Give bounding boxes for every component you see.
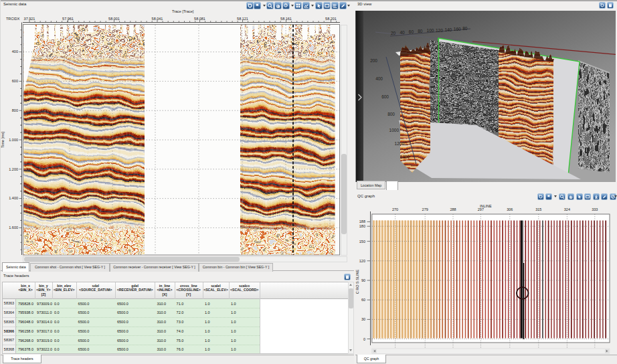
svg-text:120: 120 [436, 28, 443, 33]
svg-text:150: 150 [359, 240, 365, 244]
svg-text:188: 188 [359, 219, 365, 223]
svg-text:297: 297 [478, 207, 484, 211]
svg-text:0: 0 [363, 337, 365, 341]
svg-text:306: 306 [507, 207, 513, 211]
svg-text:60: 60 [409, 29, 414, 34]
svg-text:324: 324 [564, 207, 570, 211]
svg-text:800: 800 [387, 112, 395, 116]
svg-text:600: 600 [381, 94, 389, 99]
svg-text:40: 40 [400, 30, 405, 35]
svg-text:90: 90 [361, 278, 365, 282]
svg-text:30: 30 [361, 317, 365, 321]
svg-text:160: 160 [454, 27, 461, 31]
svg-text:279: 279 [422, 207, 428, 211]
svg-text:400: 400 [375, 76, 383, 81]
svg-text:270: 270 [392, 207, 398, 211]
svg-text:1000: 1000 [389, 128, 400, 132]
svg-text:288: 288 [450, 207, 456, 211]
svg-text:1400: 1400 [400, 155, 410, 159]
svg-text:140: 140 [444, 27, 452, 32]
svg-text:100: 100 [427, 28, 434, 33]
svg-text:1200: 1200 [395, 141, 405, 146]
svg-text:333: 333 [592, 207, 598, 211]
svg-text:120: 120 [359, 259, 365, 263]
svg-text:20: 20 [391, 31, 396, 35]
svg-text:80: 80 [418, 29, 423, 33]
svg-text:200: 200 [370, 58, 377, 63]
svg-text:C RO S SLINE: C RO S SLINE [355, 269, 359, 294]
svg-text:180: 180 [359, 224, 365, 228]
svg-text:80: 80 [462, 26, 468, 31]
svg-text:315: 315 [535, 207, 541, 211]
svg-text:60: 60 [361, 298, 365, 302]
